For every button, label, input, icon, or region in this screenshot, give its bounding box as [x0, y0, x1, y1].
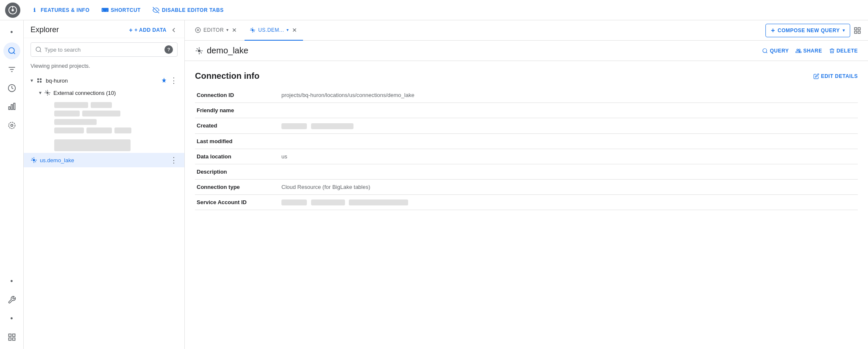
svg-rect-16 [12, 334, 15, 337]
filter-nav-button[interactable] [3, 61, 20, 78]
tab-us-dem[interactable]: US.DEM... ▾ ✕ [245, 20, 303, 41]
features-info-button[interactable]: ℹ FEATURES & INFO [27, 4, 94, 16]
svg-rect-33 [858, 31, 860, 33]
collapse-panel-button[interactable] [170, 26, 178, 34]
svg-line-36 [766, 52, 768, 53]
project-row[interactable]: ▾ bq-huron ⋮ [24, 74, 184, 87]
search-nav-button[interactable] [3, 42, 20, 59]
grid-view-button[interactable] [852, 25, 863, 36]
explorer-header: Explorer + + ADD DATA [24, 20, 184, 38]
svg-line-5 [13, 53, 15, 54]
svg-point-1 [11, 9, 14, 11]
blurred-items [24, 99, 184, 153]
external-connections-row[interactable]: ▾ External connections (10) [24, 87, 184, 99]
add-data-button[interactable]: + + ADD DATA [129, 27, 167, 33]
plus-icon: + [129, 27, 133, 33]
us-dem-tab-dropdown[interactable]: ▾ [287, 28, 289, 32]
svg-point-22 [40, 78, 42, 80]
svg-rect-30 [854, 28, 857, 30]
us-dem-tab-close[interactable]: ✕ [291, 26, 298, 34]
delete-icon [829, 48, 835, 54]
content-actions: QUERY SHARE DELETE [762, 48, 858, 54]
search-input[interactable] [45, 47, 162, 53]
svg-rect-10 [8, 107, 10, 110]
dot-nav-top[interactable]: • [3, 24, 20, 41]
field-value-connection-type: Cloud Resource (for BigLake tables) [280, 179, 858, 194]
explorer-panel: Explorer + + ADD DATA ? [24, 20, 185, 349]
svg-point-23 [37, 81, 39, 83]
content-panel: EDITOR ▾ ✕ US.DEM... ▾ ✕ + COMPOSE NEW Q… [185, 20, 868, 349]
field-label-connection-id: Connection ID [195, 88, 280, 103]
project-icon [36, 77, 43, 84]
svg-rect-17 [8, 338, 11, 341]
svg-point-21 [37, 78, 39, 80]
editor-tab-icon [195, 27, 201, 33]
svg-point-13 [11, 125, 13, 127]
connection-icon [44, 89, 51, 96]
field-label-friendly-name: Friendly name [195, 103, 280, 118]
field-service-account-id: Service Account ID [195, 194, 858, 210]
editor-tab-dropdown[interactable]: ▾ [226, 28, 228, 32]
edit-details-button[interactable]: EDIT DETAILS [813, 73, 858, 79]
tabs-bar: EDITOR ▾ ✕ US.DEM... ▾ ✕ + COMPOSE NEW Q… [185, 20, 868, 41]
query-button[interactable]: QUERY [762, 48, 789, 54]
field-label-connection-type: Connection type [195, 179, 280, 194]
compose-new-query-button[interactable]: + COMPOSE NEW QUERY ▾ [765, 24, 850, 37]
svg-rect-32 [854, 31, 857, 33]
content-conn-icon [195, 47, 203, 55]
dot-nav-mid[interactable]: • [3, 273, 20, 290]
selected-item-label: us.demo_lake [40, 157, 167, 163]
field-description: Description [195, 164, 858, 179]
content-header: demo_lake QUERY SHARE [185, 41, 868, 61]
wrench-nav-button[interactable] [3, 291, 20, 308]
shortcut-button[interactable]: ⌨ SHORTCUT [97, 4, 145, 16]
tab-editor[interactable]: EDITOR ▾ ✕ [190, 20, 243, 41]
search-icon [35, 46, 42, 53]
search-help-button[interactable]: ? [164, 45, 173, 54]
svg-point-14 [8, 122, 15, 129]
svg-point-35 [763, 48, 767, 52]
project-chevron[interactable]: ▾ [31, 78, 33, 83]
field-label-data-location: Data location [195, 149, 280, 164]
svg-rect-11 [11, 105, 12, 110]
search-bar[interactable]: ? [31, 42, 178, 57]
svg-rect-31 [858, 28, 860, 30]
query-icon [762, 48, 768, 54]
info-icon: ℹ [31, 7, 38, 14]
compose-dropdown-icon[interactable]: ▾ [843, 28, 845, 33]
pin-icon [161, 77, 167, 84]
svg-point-27 [195, 28, 200, 33]
selected-item-more-button[interactable]: ⋮ [170, 156, 178, 164]
field-value-last-modified [280, 133, 858, 149]
info-section: Connection info EDIT DETAILS Connection … [185, 61, 868, 349]
field-connection-id: Connection ID projects/bq-huron/location… [195, 88, 858, 103]
svg-point-24 [40, 81, 42, 83]
svg-point-4 [8, 48, 14, 53]
connections-nav-button[interactable] [3, 117, 20, 134]
svg-point-29 [252, 29, 253, 31]
svg-point-25 [47, 92, 48, 94]
section-header: Connection info EDIT DETAILS [195, 71, 858, 81]
field-value-service-account-id [280, 194, 858, 210]
dot-nav-bot[interactable]: • [3, 310, 20, 327]
compose-plus-icon: + [771, 27, 775, 34]
project-more-button[interactable]: ⋮ [170, 77, 178, 84]
editor-tab-close[interactable]: ✕ [231, 26, 238, 34]
field-label-service-account-id: Service Account ID [195, 194, 280, 210]
svg-rect-12 [14, 103, 15, 110]
share-button[interactable]: SHARE [796, 48, 822, 54]
field-value-connection-id: projects/bq-huron/locations/us/connectio… [280, 88, 858, 103]
delete-button[interactable]: DELETE [829, 48, 858, 54]
selected-connection-item[interactable]: us.demo_lake ⋮ [24, 153, 184, 167]
svg-point-26 [33, 159, 35, 161]
grid-nav-button[interactable] [3, 329, 20, 346]
ext-conn-chevron[interactable]: ▾ [39, 90, 42, 96]
edit-icon [813, 73, 819, 79]
chart-nav-button[interactable] [3, 98, 20, 115]
disable-editor-button[interactable]: DISABLE EDITOR TABS [148, 4, 228, 16]
app-logo [5, 3, 20, 18]
project-list: ▾ bq-huron ⋮ ▾ [24, 72, 184, 349]
svg-point-28 [197, 29, 199, 31]
field-label-created: Created [195, 118, 280, 134]
history-nav-button[interactable] [3, 80, 20, 97]
